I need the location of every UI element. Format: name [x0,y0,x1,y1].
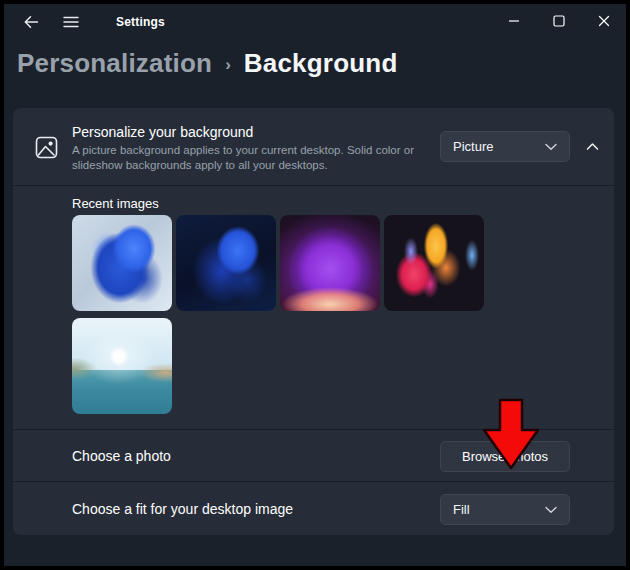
close-button[interactable] [581,4,626,38]
collapse-section-button[interactable] [578,132,606,160]
navigation-menu-button[interactable] [58,9,84,35]
recent-images-grid [72,215,572,414]
red-down-arrow [482,398,540,470]
back-icon [23,14,39,30]
choose-fit-row: Choose a fit for your desktop image Fill [13,481,614,535]
chevron-down-icon [545,506,557,514]
recent-images-label: Recent images [72,196,159,211]
page-title: Background [244,48,398,79]
maximize-icon [553,15,565,27]
breadcrumb: Personalization › Background [17,48,398,79]
minimize-button[interactable] [491,4,536,38]
breadcrumb-personalization[interactable]: Personalization [17,48,212,79]
thumbnail-purple-glow-orb[interactable] [280,215,380,311]
background-type-value: Picture [453,139,493,154]
titlebar: Settings [4,4,626,40]
thumbnail-windows-bloom-light[interactable] [72,215,172,311]
choose-fit-label: Choose a fit for your desktop image [72,501,293,517]
choose-photo-label: Choose a photo [72,448,171,464]
breadcrumb-separator: › [225,52,231,75]
personalize-background-header[interactable]: Personalize your background A picture ba… [13,108,614,185]
window-title: Settings [116,15,165,29]
recent-images-section: Recent images [13,185,614,429]
card-description: A picture background applies to your cur… [72,143,432,173]
minimize-icon [508,15,520,27]
chevron-up-icon [586,142,599,151]
thumbnail-sunny-seascape[interactable] [72,318,172,414]
image-icon [35,136,58,163]
thumbnail-windows-bloom-dark[interactable] [176,215,276,311]
window-controls [491,4,626,38]
back-button[interactable] [18,9,44,35]
settings-page: Settings [4,4,626,566]
close-icon [598,15,610,27]
background-settings-card: Personalize your background A picture ba… [13,108,614,535]
background-type-dropdown[interactable]: Picture [440,131,570,162]
chevron-down-icon [545,143,557,151]
hamburger-menu-icon [63,15,79,29]
settings-window: Settings [0,0,630,570]
fit-dropdown[interactable]: Fill [440,494,570,525]
card-title: Personalize your background [72,124,432,140]
thumbnail-abstract-color-ribbons[interactable] [384,215,484,311]
fit-value: Fill [453,502,470,517]
maximize-button[interactable] [536,4,581,38]
